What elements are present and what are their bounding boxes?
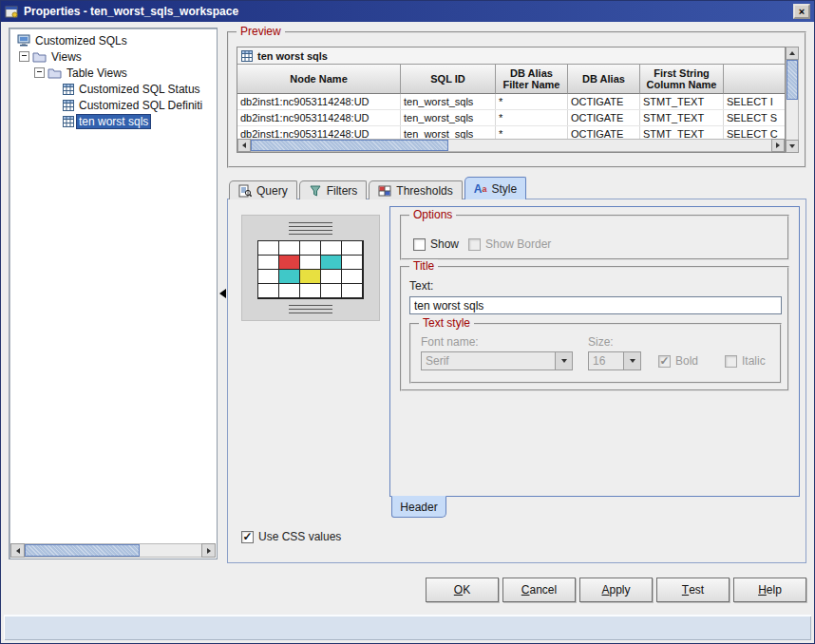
tree-item-table-views[interactable]: Table Views [9, 65, 217, 81]
checkbox-box[interactable] [413, 238, 426, 251]
column-header[interactable]: DB Alias [568, 65, 640, 94]
use-css-checkbox[interactable]: Use CSS values [241, 530, 341, 543]
title-group-label: Title [409, 259, 438, 273]
column-header[interactable]: First String Column Name [640, 65, 724, 94]
filter-icon [309, 184, 322, 198]
preview-table-body: db2inst1:nc9053114248:UD ten_worst_sqls … [237, 94, 785, 141]
table-cell: OCTIGATE [568, 94, 640, 109]
tree-item-ten-worst-sqls[interactable]: ten worst sqls [9, 113, 217, 129]
scrollbar-track[interactable] [786, 60, 799, 140]
tab-style[interactable]: Aa Style [464, 177, 526, 199]
tree-item-label: Customized SQL Status [77, 83, 202, 96]
text-label: Text: [409, 279, 433, 293]
table-cell: * [496, 110, 568, 125]
table-icon [63, 84, 74, 95]
font-name-select: Serif [421, 351, 573, 370]
tree-item-customized-sql-definition[interactable]: Customized SQL Definiti [9, 97, 217, 113]
preview-vertical-scrollbar[interactable] [786, 47, 799, 153]
collapse-toggle-icon[interactable] [34, 67, 45, 78]
checkbox-box [468, 238, 481, 251]
text-style-group-label: Text style [419, 316, 474, 330]
ok-button[interactable]: OK [426, 578, 499, 602]
column-header[interactable] [724, 65, 786, 94]
scroll-right-icon[interactable] [771, 139, 785, 152]
help-button[interactable]: Help [733, 578, 806, 602]
preview-table: ten worst sqls Node Name SQL ID DB Alias… [237, 47, 786, 153]
table-icon [241, 50, 253, 62]
thresholds-icon [378, 184, 391, 198]
table-row[interactable]: db2inst1:nc9053114248:UD ten_worst_sqls … [237, 94, 785, 110]
table-icon [63, 100, 74, 111]
checkbox-label: Italic [742, 354, 766, 368]
italic-checkbox: Italic [725, 354, 766, 368]
table-row[interactable]: db2inst1:nc9053114248:UD ten_worst_sqls … [237, 110, 785, 126]
close-button[interactable]: × [793, 4, 810, 19]
column-header[interactable]: DB Alias Filter Name [496, 65, 568, 94]
tree-item-label: Customized SQLs [33, 34, 129, 47]
column-header[interactable]: Node Name [237, 65, 401, 94]
splitter-collapse-icon[interactable] [219, 289, 226, 298]
tree-item-customized-sqls[interactable]: Customized SQLs [9, 32, 217, 48]
scroll-left-icon[interactable] [10, 543, 25, 558]
font-name-label: Font name: [421, 335, 479, 349]
tab-query[interactable]: Query [229, 180, 297, 199]
table-cell: STMT_TEXT [640, 110, 724, 125]
tree-item-label: Table Views [65, 66, 129, 80]
scrollbar-thumb[interactable] [787, 60, 798, 100]
preview-horizontal-scrollbar[interactable] [237, 139, 785, 152]
checkbox-box [725, 355, 737, 368]
style-tab-panel: Options Show Show Border Title Text: Tex… [227, 199, 806, 563]
tree-item-customized-sql-status[interactable]: Customized SQL Status [9, 81, 217, 97]
column-header[interactable]: SQL ID [401, 65, 496, 94]
scrollbar-track[interactable] [25, 543, 201, 558]
size-label: Size: [588, 335, 614, 349]
tab-label: Style [491, 182, 517, 196]
tree-item-label: Views [49, 50, 84, 64]
test-button[interactable]: Test [656, 578, 730, 602]
table-cell: ten_worst_sqls [401, 94, 496, 109]
computer-icon [17, 34, 30, 47]
tab-label: Filters [327, 184, 358, 198]
scroll-up-icon[interactable] [786, 47, 799, 60]
tab-header[interactable]: Header [391, 496, 446, 518]
folder-icon [47, 67, 62, 79]
checkbox-box [658, 355, 671, 368]
title-bar[interactable]: Properties - ten_worst_sqls_workspace × [1, 1, 814, 22]
tree-horizontal-scrollbar[interactable] [10, 543, 216, 558]
title-group: Title Text: Text style Font name: Size: … [400, 266, 789, 391]
collapse-toggle-icon[interactable] [19, 51, 29, 62]
preview-table-header: Node Name SQL ID DB Alias Filter Name DB… [237, 65, 785, 94]
checkbox-label: Bold [675, 354, 698, 368]
bold-checkbox: Bold [658, 354, 698, 368]
options-group-label: Options [409, 208, 456, 221]
text-style-group: Text style Font name: Size: Serif 16 Bol… [409, 323, 782, 384]
tab-bar: Query Filters Thresholds Aa Style [229, 177, 528, 199]
thumbnail-footer-lines [289, 305, 332, 313]
tree-item-label: ten worst sqls [77, 115, 150, 128]
query-icon [238, 184, 252, 198]
checkbox-box[interactable] [241, 531, 254, 543]
apply-button[interactable]: Apply [579, 578, 653, 602]
show-checkbox[interactable]: Show [413, 237, 459, 251]
cancel-button[interactable]: Cancel [502, 578, 576, 602]
table-cell: ten_worst_sqls [401, 110, 496, 125]
table-icon [63, 116, 74, 127]
scrollbar-thumb[interactable] [25, 544, 140, 557]
checkbox-label: Show Border [485, 237, 551, 251]
font-size-value: 16 [589, 352, 623, 369]
title-text-input[interactable] [409, 296, 782, 314]
table-cell: db2inst1:nc9053114248:UD [237, 110, 401, 125]
scroll-down-icon[interactable] [786, 140, 799, 153]
tab-thresholds[interactable]: Thresholds [369, 180, 462, 199]
dropdown-arrow-icon [623, 352, 640, 369]
table-cell: STMT_TEXT [640, 94, 724, 109]
scroll-right-icon[interactable] [201, 543, 216, 558]
tree-item-views[interactable]: Views [9, 48, 217, 65]
scrollbar-thumb[interactable] [251, 140, 448, 151]
scrollbar-track[interactable] [251, 139, 771, 152]
window-title: Properties - ten_worst_sqls_workspace [24, 5, 238, 18]
tab-filters[interactable]: Filters [299, 180, 368, 199]
views-tree: Customized SQLs Views Table Views Custom… [9, 28, 218, 559]
status-bar [4, 615, 811, 640]
scroll-left-icon[interactable] [237, 139, 251, 152]
